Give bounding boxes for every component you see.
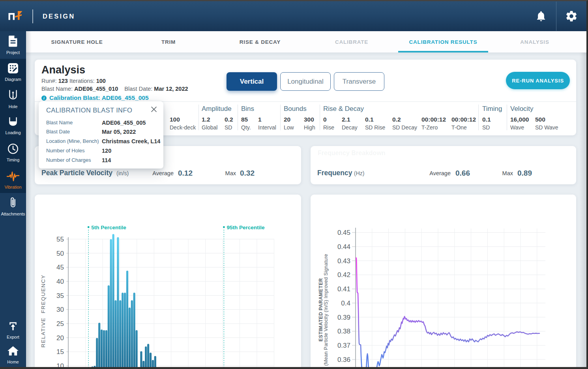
sidebar-item-label: Timing (7, 157, 20, 162)
svg-text:20: 20 (56, 334, 64, 342)
frequency-average-value: 0.66 (455, 169, 470, 178)
param-caption: Decay (342, 124, 358, 131)
sidebar-item-vibration[interactable]: Vibration (0, 166, 26, 193)
sidebar-item-home[interactable]: Home (0, 343, 26, 367)
run-value: 123 (58, 78, 68, 84)
popup-row-value: ADE06_455_005 (102, 120, 146, 126)
param-caption: SD (225, 124, 232, 131)
param-value: 300 (304, 116, 314, 123)
rerun-analysis-button[interactable]: RE-RUN ANALYSIS (506, 72, 570, 89)
svg-text:40: 40 (56, 278, 64, 285)
sidebar: ProjectDiagramHoleLoadingTimingVibration… (0, 31, 26, 367)
nf-logo-icon (8, 11, 22, 20)
direction-button-longitudinal[interactable]: Longitudinal (280, 72, 331, 91)
blast-name-value: ADE06_455_010 (74, 86, 118, 92)
param-caption: SD (482, 124, 490, 131)
frequency-average-label: Average (411, 170, 451, 176)
param-value: 500 (535, 116, 545, 123)
param-caption: SD Rise (365, 124, 385, 131)
diagram-grid-pencil-icon (7, 63, 19, 75)
tab-trim[interactable]: TRIM (123, 31, 214, 52)
popup-row-value: 114 (102, 157, 111, 163)
svg-text:0.39: 0.39 (337, 314, 350, 321)
direction-button-transverse[interactable]: Transverse (334, 72, 384, 91)
param-value: 85 (241, 116, 248, 123)
notifications-button[interactable] (526, 1, 556, 31)
settings-button[interactable] (556, 1, 586, 31)
param-value: 0.2 (392, 116, 401, 123)
param-caption: Interval (258, 124, 276, 131)
sidebar-item-timing[interactable]: Timing (0, 139, 26, 166)
svg-text:ESTIMATED PARAMETER: ESTIMATED PARAMETER (318, 278, 324, 342)
param-group-title: Timing (482, 105, 502, 113)
param-caption: SD Decay (392, 124, 417, 131)
close-icon[interactable] (150, 106, 157, 113)
popup-row-value: Christmas Creek, L14 (102, 138, 160, 144)
tabbar-shadow (26, 52, 586, 56)
brand: DESIGN (0, 1, 75, 31)
sidebar-item-label: Loading (5, 130, 21, 135)
popup-row-label: Location (Mine, Bench) (46, 138, 99, 144)
popup-title: CALIBRATION BLAST INFO (46, 107, 132, 114)
run-label: Run#: (41, 78, 57, 84)
param-group-title: Rise & Decay (323, 105, 364, 113)
svg-text:0.45: 0.45 (337, 229, 350, 236)
param-caption: T-Zero (421, 124, 438, 131)
tab-signature-hole[interactable]: SIGNATURE HOLE (31, 31, 123, 52)
paperclip-icon (8, 197, 18, 210)
param-value: 0.2 (225, 116, 233, 123)
param-value: 100 (170, 116, 180, 123)
sidebar-dark-section: DiagramHoleLoadingTimingVibration (0, 59, 26, 193)
tab-rise-decay[interactable]: RISE & DECAY (214, 31, 306, 52)
sidebar-item-project[interactable]: Project (0, 31, 26, 59)
svg-text:0.42: 0.42 (337, 271, 350, 279)
svg-text:55: 55 (56, 236, 64, 243)
popup-row-label: Number of Holes (46, 148, 85, 154)
calibration-blast-info-popup: CALIBRATION BLAST INFO Blast NameADE06_4… (39, 101, 163, 169)
svg-text:0.37: 0.37 (337, 342, 350, 349)
tab-calibrate[interactable]: CALIBRATE (306, 31, 397, 52)
home-icon (7, 345, 19, 358)
param-caption: Wave (510, 124, 524, 131)
svg-text:10: 10 (56, 362, 64, 369)
bell-icon (535, 10, 547, 22)
histogram-chart-card: 555045403530252015105th Percentile95th P… (35, 195, 301, 369)
sidebar-item-hole[interactable]: Hole (0, 86, 26, 112)
param-value: 16,000 (510, 116, 529, 123)
sidebar-item-label: Export (7, 335, 19, 339)
sidebar-item-diagram[interactable]: Diagram (0, 59, 26, 86)
param-group-title: Bounds (284, 105, 307, 113)
ppv-max-label: Max (197, 170, 236, 176)
sidebar-item-loading[interactable]: Loading (0, 112, 26, 139)
ppv-average-label: Average (134, 170, 174, 176)
direction-buttons: VerticalLongitudinalTransverse (227, 72, 388, 91)
param-group-title: Amplitude (202, 105, 232, 113)
frequency-max-label: Max (474, 170, 513, 176)
tab-analysis[interactable]: ANALYSIS (489, 31, 581, 52)
svg-text:15: 15 (56, 348, 64, 356)
frequency-breakdown-ghost-title: Frequency Breakdown (318, 150, 386, 157)
sidebar-item-label: Diagram (5, 77, 21, 82)
param-caption: Low (284, 124, 294, 131)
svg-text:0.43: 0.43 (337, 257, 350, 265)
sidebar-spacer (0, 220, 26, 318)
direction-button-vertical[interactable]: Vertical (227, 72, 277, 91)
sidebar-item-label: Attachments (1, 212, 25, 216)
sidebar-item-attachments[interactable]: Attachments (0, 193, 26, 220)
tab-calibration-results[interactable]: CALIBRATION RESULTS (397, 31, 489, 52)
sidebar-item-label: Hole (9, 104, 18, 109)
loaded-hole-icon (7, 117, 19, 129)
param-group-title: Bins (241, 105, 254, 113)
sidebar-item-export[interactable]: Export (0, 318, 26, 343)
param-value: 00:00:12 (451, 116, 476, 123)
svg-text:RELATIVE FREQUENCY: RELATIVE FREQUENCY (40, 274, 46, 347)
main-area: SIGNATURE HOLETRIMRISE & DECAYCALIBRATEC… (26, 31, 586, 367)
popup-row-label: Blast Date (46, 129, 70, 135)
waveform-icon (6, 170, 20, 183)
calibration-blast-link[interactable]: i Calibration Blast: ADE06_455_005 (41, 94, 149, 101)
param-divider (478, 105, 479, 130)
ppv-unit: (in/s) (116, 170, 129, 176)
sidebar-shadow (26, 31, 32, 367)
calibration-blast-value: ADE06_455_005 (102, 94, 149, 101)
svg-text:45: 45 (56, 264, 64, 271)
